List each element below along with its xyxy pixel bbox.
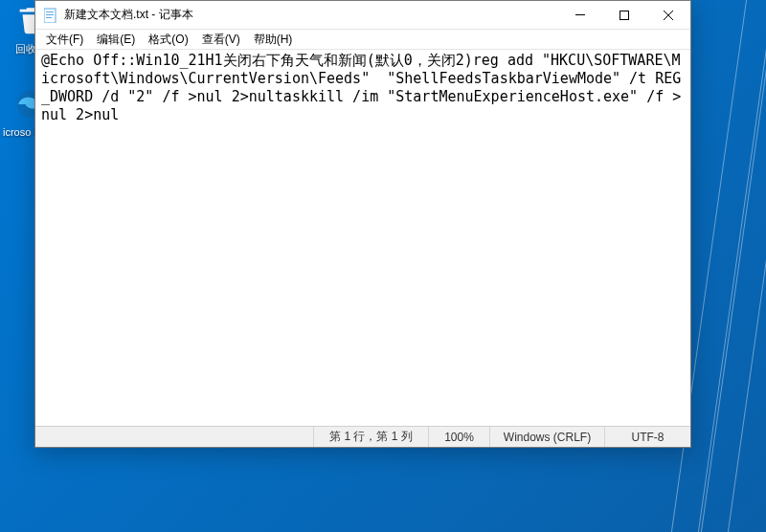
- close-icon: [664, 11, 673, 20]
- maximize-button[interactable]: [602, 1, 646, 30]
- menu-file[interactable]: 文件(F): [39, 31, 90, 49]
- status-cursor-position: 第 1 行，第 1 列: [313, 427, 428, 447]
- maximize-icon: [620, 11, 629, 20]
- svg-rect-3: [46, 14, 54, 15]
- status-encoding: UTF-8: [604, 427, 690, 447]
- menu-view[interactable]: 查看(V): [195, 31, 247, 49]
- minimize-button[interactable]: [558, 1, 602, 30]
- desktop-icon-label-line1: icroso: [3, 126, 31, 138]
- notepad-window: 新建文本文档.txt - 记事本 文件(F) 编辑(E) 格式(O) 查看(V)…: [34, 0, 691, 448]
- svg-rect-5: [575, 14, 585, 15]
- statusbar: 第 1 行，第 1 列 100% Windows (CRLF) UTF-8: [35, 426, 690, 447]
- menu-edit[interactable]: 编辑(E): [90, 31, 142, 49]
- svg-rect-4: [46, 17, 52, 18]
- svg-rect-2: [46, 11, 54, 12]
- menu-help[interactable]: 帮助(H): [247, 31, 300, 49]
- minimize-icon: [575, 11, 585, 20]
- menu-format[interactable]: 格式(O): [142, 31, 194, 49]
- editor-textarea[interactable]: [35, 50, 690, 426]
- svg-rect-6: [620, 11, 629, 19]
- status-zoom: 100%: [428, 427, 489, 447]
- status-line-ending: Windows (CRLF): [489, 427, 604, 447]
- status-spacer: [35, 427, 313, 447]
- notepad-icon: [43, 8, 58, 23]
- window-title: 新建文本文档.txt - 记事本: [64, 7, 193, 23]
- close-button[interactable]: [646, 1, 690, 30]
- titlebar[interactable]: 新建文本文档.txt - 记事本: [35, 1, 690, 30]
- menubar: 文件(F) 编辑(E) 格式(O) 查看(V) 帮助(H): [35, 30, 690, 50]
- svg-rect-1: [44, 9, 56, 23]
